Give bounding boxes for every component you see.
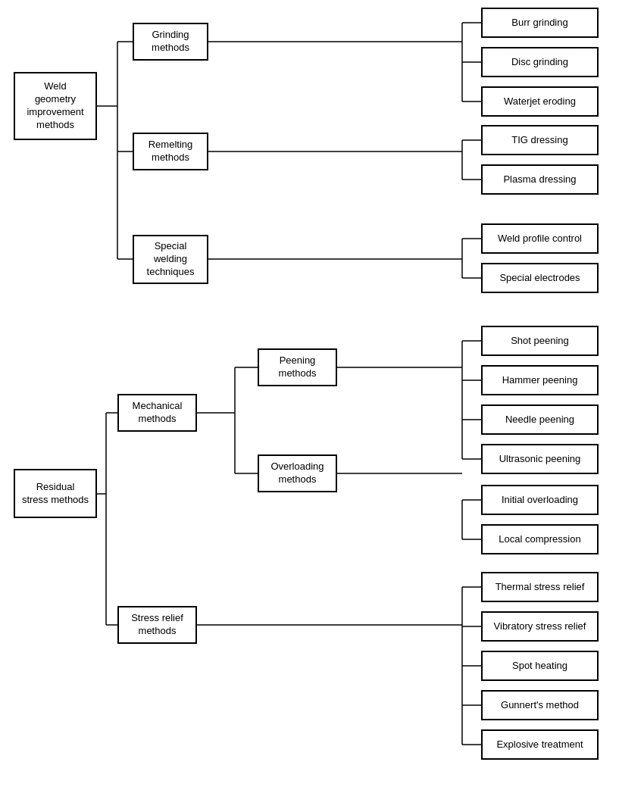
- shot-peening-node: Shot peening: [481, 326, 599, 356]
- waterjet-eroding-node: Waterjet eroding: [481, 86, 599, 117]
- hammer-peening-node: Hammer peening: [481, 365, 599, 395]
- peening-node: Peeningmethods: [258, 348, 337, 386]
- mechanical-node: Mechanicalmethods: [117, 394, 197, 432]
- overloading-node: Overloadingmethods: [258, 454, 337, 492]
- diagram: Weldgeometryimprovementmethods Residuals…: [0, 0, 644, 812]
- weld-profile-node: Weld profile control: [481, 223, 599, 254]
- disc-grinding-node: Disc grinding: [481, 47, 599, 77]
- remelting-node: Remeltingmethods: [133, 133, 208, 170]
- needle-peening-node: Needle peening: [481, 404, 599, 435]
- spot-heating-node: Spot heating: [481, 651, 599, 681]
- gunnerts-node: Gunnert's method: [481, 690, 599, 720]
- ultrasonic-peening-node: Ultrasonic peening: [481, 444, 599, 474]
- special-welding-node: Specialweldingtechniques: [133, 235, 208, 284]
- tig-dressing-node: TIG dressing: [481, 125, 599, 155]
- residual-stress-node: Residualstress methods: [14, 469, 97, 518]
- thermal-stress-node: Thermal stress relief: [481, 572, 599, 602]
- special-electrodes-node: Special electrodes: [481, 263, 599, 293]
- plasma-dressing-node: Plasma dressing: [481, 164, 599, 195]
- vibratory-stress-node: Vibratory stress relief: [481, 611, 599, 642]
- initial-overloading-node: Initial overloading: [481, 485, 599, 515]
- stress-relief-node: Stress reliefmethods: [117, 606, 197, 644]
- explosive-node: Explosive treatment: [481, 729, 599, 760]
- local-compression-node: Local compression: [481, 524, 599, 554]
- grinding-node: Grindingmethods: [133, 23, 208, 61]
- weld-geometry-node: Weldgeometryimprovementmethods: [14, 72, 97, 140]
- burr-grinding-node: Burr grinding: [481, 8, 599, 38]
